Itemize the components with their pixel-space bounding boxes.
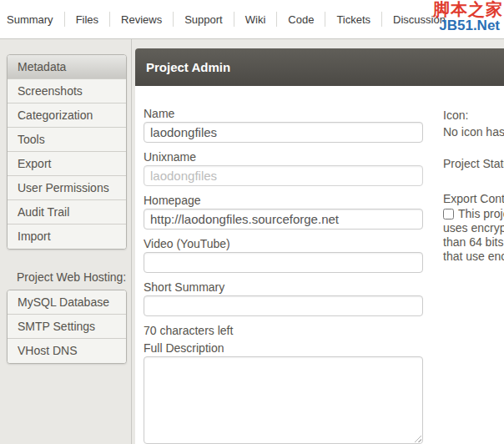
admin-sidebar: Metadata Screenshots Categorization Tool…	[0, 39, 132, 444]
icon-label: Icon:	[443, 107, 504, 124]
full-description-wrap	[144, 356, 423, 444]
nav-item-discussion[interactable]: Discussion	[382, 13, 456, 26]
characters-left-hint: 70 characters left	[144, 324, 433, 337]
nav-item-support[interactable]: Support	[174, 13, 234, 26]
right-settings-column: Icon: No icon has Project Statu Export C…	[443, 107, 504, 444]
export-control-label: Export Contr	[443, 190, 504, 207]
unixname-label: Unixname	[144, 150, 433, 164]
nav-item-tickets[interactable]: Tickets	[325, 13, 381, 26]
admin-nav-box: Metadata Screenshots Categorization Tool…	[7, 54, 127, 250]
export-control-row: This proje	[443, 207, 504, 221]
panel-title: Project Admin	[135, 48, 504, 86]
sidebar-item-categorization[interactable]: Categorization	[8, 103, 126, 128]
project-status-label: Project Statu	[443, 155, 504, 172]
video-input[interactable]	[144, 252, 423, 273]
sidebar-item-vhost-dns[interactable]: VHost DNS	[8, 339, 126, 363]
nav-item-files[interactable]: Files	[65, 13, 109, 26]
icon-status-text: No icon has	[443, 124, 504, 140]
homepage-input[interactable]	[144, 209, 423, 230]
video-label: Video (YouTube)	[144, 237, 433, 250]
unixname-input	[144, 165, 423, 186]
top-navigation: Summary Files Reviews Support Wiki Code …	[0, 0, 504, 39]
project-admin-panel: Project Admin Name Unixname Homepage Vid…	[135, 48, 504, 444]
full-description-textarea[interactable]	[144, 356, 423, 444]
sidebar-item-metadata[interactable]: Metadata	[8, 55, 126, 79]
homepage-label: Homepage	[144, 194, 433, 207]
hosting-group-label: Project Web Hosting:	[17, 270, 127, 284]
nav-item-code[interactable]: Code	[277, 13, 325, 26]
sidebar-item-import[interactable]: Import	[8, 225, 126, 249]
sidebar-item-smtp-settings[interactable]: SMTP Settings	[8, 315, 126, 339]
nav-item-wiki[interactable]: Wiki	[234, 13, 277, 26]
metadata-form: Name Unixname Homepage Video (YouTube) S…	[144, 107, 433, 444]
nav-item-reviews[interactable]: Reviews	[110, 13, 173, 26]
short-summary-input[interactable]	[144, 295, 423, 316]
panel-body: Name Unixname Homepage Video (YouTube) S…	[135, 86, 504, 444]
export-control-line2: uses encrypt	[443, 221, 504, 235]
sidebar-item-mysql-database[interactable]: MySQL Database	[8, 290, 126, 315]
full-description-label: Full Description	[144, 341, 433, 355]
name-label: Name	[144, 107, 433, 120]
sidebar-item-audit-trail[interactable]: Audit Trail	[8, 200, 126, 225]
export-control-line4: that use encr	[443, 250, 504, 264]
name-input[interactable]	[144, 122, 423, 143]
export-control-checkbox-text: This proje	[458, 207, 504, 220]
nav-item-summary[interactable]: Summary	[0, 13, 64, 26]
main-area: Project Admin Name Unixname Homepage Vid…	[132, 39, 504, 444]
hosting-nav-box: MySQL Database SMTP Settings VHost DNS	[7, 290, 127, 364]
short-summary-label: Short Summary	[144, 280, 433, 294]
export-control-checkbox[interactable]	[443, 209, 454, 219]
export-control-line3: than 64 bits (	[443, 235, 504, 250]
sidebar-item-user-permissions[interactable]: User Permissions	[8, 176, 126, 200]
sidebar-item-screenshots[interactable]: Screenshots	[8, 79, 126, 103]
sidebar-item-tools[interactable]: Tools	[8, 128, 126, 152]
sidebar-item-export[interactable]: Export	[8, 152, 126, 176]
content-area: Metadata Screenshots Categorization Tool…	[0, 39, 504, 444]
